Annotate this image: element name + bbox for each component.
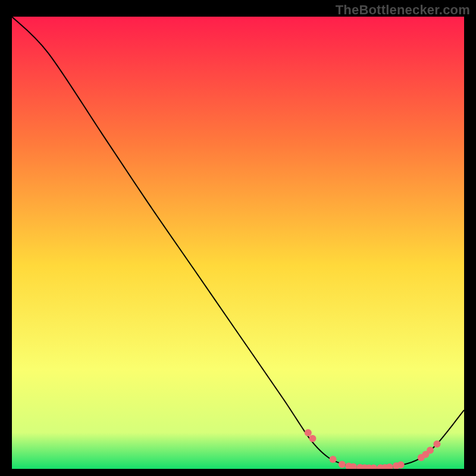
chart-svg xyxy=(12,17,464,469)
data-point xyxy=(433,440,440,447)
data-point xyxy=(330,456,337,463)
gradient-background xyxy=(12,17,464,469)
chart-plot-area xyxy=(12,17,464,469)
data-point xyxy=(305,429,312,436)
data-point xyxy=(397,461,405,468)
watermark-text: TheBottlenecker.com xyxy=(336,2,470,18)
data-point xyxy=(309,435,316,442)
data-point xyxy=(427,447,434,454)
chart-frame: TheBottlenecker.com xyxy=(0,0,476,476)
data-point xyxy=(339,461,346,468)
